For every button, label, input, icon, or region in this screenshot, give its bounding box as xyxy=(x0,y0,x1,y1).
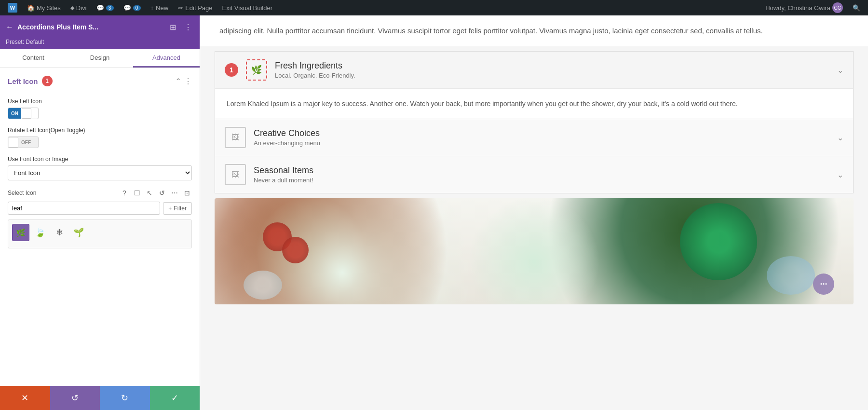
accordion-texts-2: Creative Choices An ever-changing menu xyxy=(254,128,829,147)
section-menu-btn[interactable]: ⋮ xyxy=(184,77,192,86)
accordion-header-3[interactable]: 🖼 Seasonal Items Never a dull moment! ⌄ xyxy=(215,156,853,193)
exit-visual-builder-label: Exit Visual Builder xyxy=(222,4,273,12)
font-icon-or-image-select[interactable]: Font Icon Image xyxy=(8,165,192,180)
accordion-item-2: 🖼 Creative Choices An ever-changing menu… xyxy=(215,119,854,156)
exit-visual-builder-btn[interactable]: Exit Visual Builder xyxy=(218,0,277,15)
undo-button[interactable]: ↺ xyxy=(50,386,100,410)
select-icon-label: Select Icon xyxy=(8,190,36,196)
toggle-off-label: OFF xyxy=(18,140,34,145)
avatar: CG xyxy=(832,2,843,13)
accordion-chevron-2[interactable]: ⌄ xyxy=(837,133,843,142)
icon-leaf-outline[interactable]: 🍃 xyxy=(31,224,49,241)
my-sites-btn[interactable]: 🏠 My Sites xyxy=(23,0,65,15)
icon-leaf-branch[interactable]: 🌱 xyxy=(70,224,87,241)
select-icon-row: Select Icon ? ☐ ↖ ↺ ⋯ ⊡ + Filter xyxy=(8,188,192,248)
section-heading: Left Icon 1 ⌃ ⋮ xyxy=(8,76,192,90)
preset-label: Preset: Default xyxy=(6,39,44,45)
save-icon: ✓ xyxy=(171,393,178,403)
icon-tool-help[interactable]: ? xyxy=(120,188,129,198)
icon-tool-cursor[interactable]: ↖ xyxy=(145,188,154,198)
save-button[interactable]: ✓ xyxy=(150,386,200,410)
back-arrow-btn[interactable]: ← xyxy=(6,23,14,31)
edit-page-btn[interactable]: ✏ Edit Page xyxy=(174,0,216,15)
divi-icon: ◆ xyxy=(70,5,74,11)
section-title: Left Icon xyxy=(8,77,38,85)
panel-more-icon[interactable]: ⋮ xyxy=(182,21,194,33)
comment-icon: 💬 xyxy=(96,4,104,12)
icon-tool-reset[interactable]: ↺ xyxy=(157,188,167,198)
edit-page-label: Edit Page xyxy=(185,4,212,12)
accordion-texts-1: Fresh Ingredients Local. Organic. Eco-Fr… xyxy=(275,61,829,79)
tab-content[interactable]: Content xyxy=(0,49,67,68)
accordion-subtitle-3: Never a dull moment! xyxy=(254,177,829,184)
accordion-chevron-3[interactable]: ⌄ xyxy=(837,170,843,179)
divi-label: Divi xyxy=(76,4,87,12)
accordion-item-1: 1 🌿 Fresh Ingredients Local. Organic. Ec… xyxy=(215,51,854,119)
intro-paragraph: adipiscing elit. Nulla porttitor accumsa… xyxy=(219,27,763,35)
accordion-title-3: Seasonal Items xyxy=(254,165,829,176)
icon-selector-tools: ? ☐ ↖ ↺ ⋯ ⊡ xyxy=(120,188,192,198)
tab-design[interactable]: Design xyxy=(67,49,133,68)
food-image: ··· xyxy=(215,198,854,304)
use-left-icon-row: Use Left Icon ON xyxy=(8,98,192,119)
accordion-icon-wrap-2: 🖼 xyxy=(225,127,246,148)
icon-search-row: + Filter xyxy=(8,202,192,215)
left-panel: ← Accordions Plus Item S... ⊞ ⋮ Preset: … xyxy=(0,15,200,410)
icon-leaf-filled[interactable]: 🌿 xyxy=(12,224,29,241)
comments-btn[interactable]: 💬 3 xyxy=(93,0,118,15)
my-sites-label: My Sites xyxy=(37,4,61,12)
redo-button[interactable]: ↻ xyxy=(100,386,150,410)
font-icon-or-image-row: Use Font Icon or Image Font Icon Image xyxy=(8,156,192,180)
accordion-title-2: Creative Choices xyxy=(254,128,829,138)
use-left-icon-toggle[interactable]: ON xyxy=(8,108,39,119)
icon-tool-square[interactable]: ☐ xyxy=(132,188,142,198)
icon-search-input[interactable] xyxy=(8,202,160,215)
accordion-header-1[interactable]: 1 🌿 Fresh Ingredients Local. Organic. Ec… xyxy=(215,52,853,88)
tab-advanced[interactable]: Advanced xyxy=(133,49,200,68)
search-icon: 🔍 xyxy=(853,4,860,12)
rotate-left-icon-toggle[interactable]: OFF xyxy=(8,137,39,148)
cancel-icon: ✕ xyxy=(21,393,28,403)
collapse-section-btn[interactable]: ⌃ xyxy=(175,77,181,86)
food-image-bg xyxy=(215,198,854,304)
wp-icon-btn[interactable]: W xyxy=(4,0,21,15)
filter-btn[interactable]: + Filter xyxy=(163,202,192,215)
new-btn[interactable]: + New xyxy=(147,0,173,15)
food-decoration-3 xyxy=(680,203,757,280)
panel-icons: ⊞ ⋮ xyxy=(167,21,194,33)
toggle-off-thumb xyxy=(9,137,18,148)
panel-header: ← Accordions Plus Item S... ⊞ ⋮ xyxy=(0,15,200,39)
accordion-section: 1 🌿 Fresh Ingredients Local. Organic. Ec… xyxy=(215,51,854,193)
toggle-on-label: ON xyxy=(8,108,21,119)
comments-zero-btn[interactable]: 💬 0 xyxy=(120,0,145,15)
undo-icon: ↺ xyxy=(71,393,79,403)
comments-badge: 3 xyxy=(106,5,114,11)
icon-tool-more[interactable]: ⋯ xyxy=(170,188,179,198)
rotate-left-icon-label: Rotate Left Icon(Open Toggle) xyxy=(8,127,192,134)
accordion-icon-wrap-3: 🖼 xyxy=(225,164,246,185)
seasonal-items-icon: 🖼 xyxy=(231,170,239,179)
icon-tool-target[interactable]: ⊡ xyxy=(182,188,192,198)
panel-grid-icon[interactable]: ⊞ xyxy=(167,21,178,33)
accordion-item-3: 🖼 Seasonal Items Never a dull moment! ⌄ xyxy=(215,156,854,193)
admin-bar: W 🏠 My Sites ◆ Divi 💬 3 💬 0 + New ✏ Edit… xyxy=(0,0,868,15)
food-decoration-5 xyxy=(767,256,815,295)
greeting-btn[interactable]: Howdy, Christina Gwira CG xyxy=(761,2,847,13)
accordion-texts-3: Seasonal Items Never a dull moment! xyxy=(254,165,829,184)
admin-bar-right: Howdy, Christina Gwira CG 🔍 xyxy=(761,2,864,13)
bottom-bar: ✕ ↺ ↻ ✓ xyxy=(0,386,200,410)
accordion-header-2[interactable]: 🖼 Creative Choices An ever-changing menu… xyxy=(215,119,853,156)
accordion-chevron-1[interactable]: ⌄ xyxy=(837,66,843,75)
redo-icon: ↻ xyxy=(121,393,128,403)
new-label: New xyxy=(156,4,168,12)
divi-btn[interactable]: ◆ Divi xyxy=(67,0,91,15)
comments-zero-badge: 0 xyxy=(133,5,141,11)
icon-snowflake[interactable]: ❄ xyxy=(51,224,68,241)
accordion-body-1: Lorem Khaled Ipsum is a major key to suc… xyxy=(215,88,853,119)
pencil-icon: ✏ xyxy=(178,4,183,12)
preset-bar: Preset: Default xyxy=(0,39,200,49)
cancel-button[interactable]: ✕ xyxy=(0,386,50,410)
three-dots-btn[interactable]: ··· xyxy=(813,273,834,295)
search-btn[interactable]: 🔍 xyxy=(849,4,864,12)
plus-filter-icon: + xyxy=(168,205,172,212)
